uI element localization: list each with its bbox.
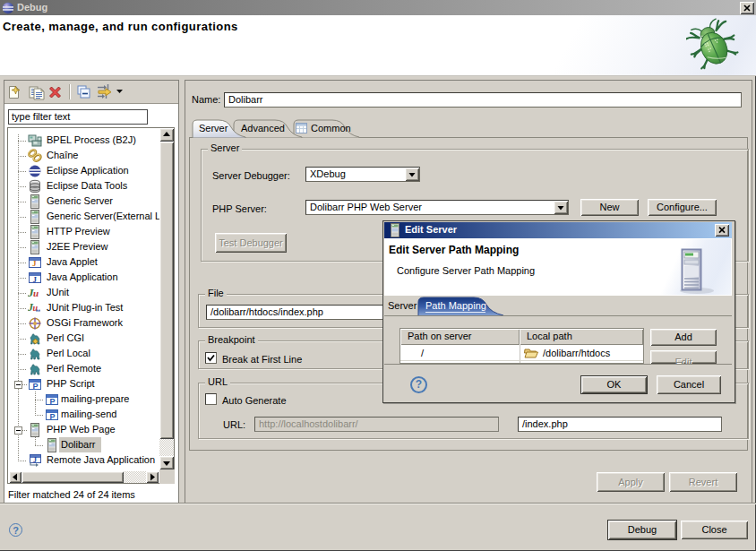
svg-text:Advanced: Advanced	[241, 123, 285, 133]
svg-text:Common: Common	[311, 123, 351, 133]
svg-text:Server: Server	[199, 123, 228, 133]
svg-text:Path Mapping: Path Mapping	[425, 300, 486, 311]
